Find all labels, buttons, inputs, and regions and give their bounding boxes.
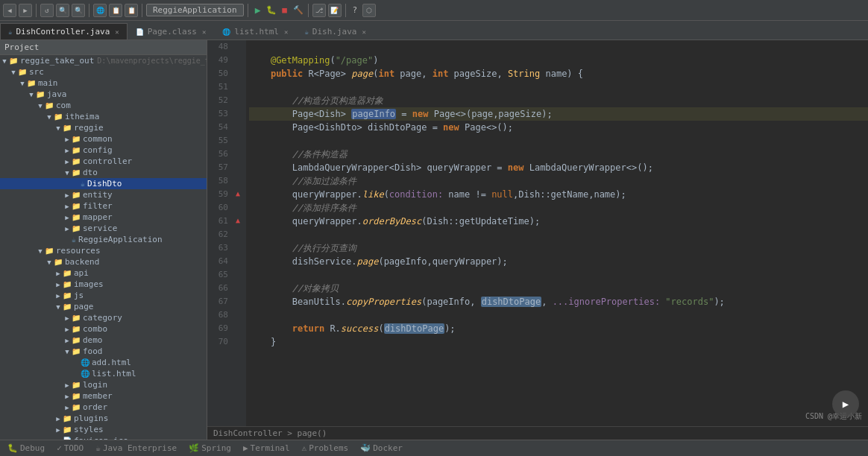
tree-item-label: images <box>74 279 104 289</box>
code-line-54: Page<DishDto> dishDtoPage = new Page<>()… <box>249 121 868 134</box>
tree-arrow: ▼ <box>27 91 36 98</box>
tree-item-config[interactable]: ▶📁config <box>0 145 207 156</box>
tab-dishcontroller[interactable]: ☕ DishController.java ✕ <box>0 23 128 39</box>
toolbar-btn-web[interactable]: 🌐 <box>93 4 107 17</box>
tree-item-main[interactable]: ▼📁main <box>0 77 207 89</box>
tree-arrow: ▶ <box>63 214 72 221</box>
tab-close-dishcontroller[interactable]: ✕ <box>115 28 119 36</box>
bottom-tab-problems[interactable]: ⚠Problems <box>299 443 352 453</box>
bottom-tab-terminal[interactable]: ▶Terminal <box>240 443 293 453</box>
toolbar-btn-vcs[interactable]: ⎇ <box>312 4 326 17</box>
tab-label-dish: Dish.java <box>312 27 357 37</box>
tree-item-com[interactable]: ▼📁com <box>0 100 207 111</box>
tree-item-common[interactable]: ▶📁common <box>0 133 207 145</box>
tab-label-page: Page.class <box>148 27 197 37</box>
tree-item-itheima[interactable]: ▼📁itheima <box>0 111 207 122</box>
toolbar-btn-copy2[interactable]: 📋 <box>125 4 138 17</box>
gutter-mark-59: ▲ <box>236 189 240 197</box>
help-button[interactable]: ? <box>350 5 361 15</box>
tree-item-label: category <box>83 313 122 323</box>
bottom-tab-debug[interactable]: 🐛Debug <box>4 443 48 453</box>
app-name[interactable]: ReggieApplication <box>146 4 244 16</box>
bottom-tab-icon: ⚠ <box>302 443 307 453</box>
build-button[interactable]: 🔨 <box>292 4 304 16</box>
bottom-tab-label: Docker <box>373 443 403 453</box>
tree-item-login[interactable]: ▶📁login <box>0 379 207 390</box>
tree-arrow: ▶ <box>63 136 72 143</box>
bottom-tab-icon: 🌿 <box>189 443 199 453</box>
stop-button[interactable]: ■ <box>279 4 291 16</box>
tree-item-mapper[interactable]: ▶📁mapper <box>0 212 207 223</box>
bottom-tab-java-enterprise[interactable]: ☕Java Enterprise <box>92 443 180 453</box>
gutter: ▲▲ <box>234 40 246 426</box>
tree-item-reggie[interactable]: ▼📁reggie <box>0 122 207 133</box>
tree-item-label: java <box>47 89 67 99</box>
tree-item-filter[interactable]: ▶📁filter <box>0 200 207 212</box>
tree-item-styles[interactable]: ▶📁styles <box>0 424 207 435</box>
tree-item-dto[interactable]: ▼📁dto <box>0 167 207 178</box>
tree-item-combo[interactable]: ▶📁combo <box>0 323 207 335</box>
tree-icon: 📁 <box>63 124 72 132</box>
tree-icon: 📁 <box>72 135 81 143</box>
tree-item-dishdto[interactable]: ☕DishDto <box>0 178 207 189</box>
tab-page[interactable]: 📄 Page.class ✕ <box>128 23 215 39</box>
toolbar-btn-annotate[interactable]: 📝 <box>328 4 342 17</box>
line-number-51: 51 <box>210 80 228 94</box>
code-content[interactable]: 4849505152535455565758596061626364656667… <box>207 40 868 426</box>
debug-button[interactable]: 🐛 <box>265 4 277 16</box>
tree-icon: 📁 <box>72 325 81 333</box>
line-number-70: 70 <box>210 335 228 349</box>
toolbar-btn-back[interactable]: ◀ <box>3 4 16 17</box>
tree-item-service[interactable]: ▶📁service <box>0 223 207 234</box>
tree-item-food[interactable]: ▼📁food <box>0 346 207 357</box>
tree-item-category[interactable]: ▶📁category <box>0 312 207 323</box>
tab-dish[interactable]: ☕ Dish.java ✕ <box>296 23 374 39</box>
tree-item-add.html[interactable]: 🌐add.html <box>0 357 207 368</box>
tree-item-reggieapplication[interactable]: ☕ReggieApplication <box>0 234 207 245</box>
toolbar-btn-copy1[interactable]: 📋 <box>109 4 122 17</box>
tree-item-demo[interactable]: ▶📁demo <box>0 335 207 346</box>
toolbar-sep-4 <box>248 4 248 17</box>
tree-icon: 📁 <box>72 168 81 177</box>
tree-arrow: ▼ <box>36 102 45 110</box>
tree-item-favicon.ico[interactable]: 📄favicon.ico <box>0 435 207 440</box>
tree-item-backend[interactable]: ▼📁backend <box>0 256 207 267</box>
tree-item-java[interactable]: ▼📁java <box>0 89 207 100</box>
tree-item-js[interactable]: ▶📁js <box>0 290 207 301</box>
toolbar-btn-refresh[interactable]: ↺ <box>40 4 54 17</box>
tab-listhtml[interactable]: 🌐 list.html ✕ <box>214 23 296 39</box>
tree-icon: 📁 <box>36 90 45 98</box>
toolbar-sep-3 <box>142 4 142 17</box>
tree-item-member[interactable]: ▶📁member <box>0 390 207 402</box>
run-button[interactable]: ▶ <box>252 4 264 16</box>
tree-icon: 📁 <box>63 425 72 434</box>
line-number-50: 50 <box>210 67 228 80</box>
tree-item-controller[interactable]: ▶📁controller <box>0 156 207 167</box>
tree-arrow: ▶ <box>63 203 72 210</box>
tree-item-list.html[interactable]: 🌐list.html <box>0 368 207 379</box>
line-number-49: 49 <box>210 54 228 67</box>
tab-close-listhtml[interactable]: ✕ <box>284 28 288 36</box>
line-number-52: 52 <box>210 94 228 107</box>
play-overlay-button[interactable]: ▶ <box>832 390 859 417</box>
tree-item-reggie_take_out[interactable]: ▼📁reggie_take_outD:\mavenprojects\reggie… <box>0 55 207 66</box>
tree-item-src[interactable]: ▼📁src <box>0 66 207 77</box>
tree-item-order[interactable]: ▶📁order <box>0 402 207 413</box>
tree-item-images[interactable]: ▶📁images <box>0 279 207 290</box>
tree-item-entity[interactable]: ▶📁entity <box>0 189 207 200</box>
toolbar-btn-forward[interactable]: ▶ <box>19 4 32 17</box>
tree-item-resources[interactable]: ▼📁resources <box>0 245 207 256</box>
tab-close-page[interactable]: ✕ <box>202 28 206 36</box>
bottom-tab-docker[interactable]: 🐳Docker <box>357 443 406 453</box>
toolbar-btn-search2[interactable]: 🔍 <box>72 4 85 17</box>
toolbar-btn-settings[interactable]: ⬡ <box>362 4 376 17</box>
tree-item-plugins[interactable]: ▶📁plugins <box>0 413 207 424</box>
tab-close-dish[interactable]: ✕ <box>362 28 365 36</box>
tree-item-page[interactable]: ▼📁page <box>0 301 207 312</box>
line-number-61: 61 <box>210 215 228 228</box>
tree-item-label: reggie <box>74 123 104 133</box>
tree-item-api[interactable]: ▶📁api <box>0 267 207 279</box>
bottom-tab-spring[interactable]: 🌿Spring <box>186 443 234 453</box>
bottom-tab-todo[interactable]: ✓TODO <box>54 443 87 453</box>
toolbar-btn-search1[interactable]: 🔍 <box>56 4 69 17</box>
